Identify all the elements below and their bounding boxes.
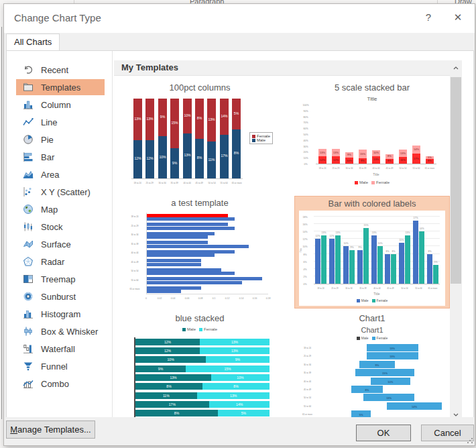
data-label: 12%: [140, 349, 195, 352]
template-thumbnail: Title13%12%13%12%9%10%15%9%10%13%8%8%13%…: [298, 95, 446, 190]
x-tick-label: 0.1: [211, 297, 218, 300]
data-label: 13%: [202, 394, 264, 397]
bar-male: [399, 243, 404, 284]
sidebar-item-funnel[interactable]: Funnel: [16, 358, 105, 374]
sidebar-item-radar[interactable]: Radar: [16, 254, 105, 270]
bar-male: [315, 239, 320, 284]
boxwhisker-icon: [23, 326, 34, 337]
data-label-male: 11%: [398, 239, 406, 241]
manage-templates-button[interactable]: Manage Templates...: [6, 421, 95, 439]
sidebar-item-bar[interactable]: Bar: [16, 149, 105, 165]
bar-female: [433, 265, 438, 284]
bar-segment-female: 10%: [183, 99, 192, 133]
template-tile-a-test-template[interactable]: a test template18 to 2425 to 2930 to 343…: [122, 196, 278, 309]
plot-area: 13%12%13%12%9%10%15%9%10%13%8%8%13%11%14…: [131, 99, 243, 179]
sidebar-item-combo[interactable]: Combo: [16, 376, 105, 392]
scatter-icon: [23, 186, 34, 197]
scroll-up-icon[interactable]: [450, 60, 462, 72]
sidebar-item-box-whisker[interactable]: Box & Whisker: [16, 323, 105, 339]
template-title: a test template: [122, 198, 278, 209]
bar-female: [321, 235, 326, 284]
data-label: 13%: [333, 150, 339, 154]
y-category-label: 55 to 64: [129, 279, 140, 282]
sidebar-item-recent[interactable]: Recent: [16, 62, 105, 78]
chart-legend: FemaleMale: [249, 132, 273, 144]
tab-all-charts[interactable]: All Charts: [6, 34, 60, 50]
stock-icon: [23, 221, 34, 232]
bar-segment-female: 10%: [372, 150, 380, 156]
sidebar-item-label: Surface: [41, 239, 71, 249]
data-label-female: 5%: [432, 261, 440, 264]
sidebar-item-label: Funnel: [41, 361, 68, 372]
sidebar-item-pie[interactable]: Pie: [16, 131, 105, 148]
sidebar-item-surface[interactable]: Surface: [16, 236, 105, 252]
sidebar-item-waterfall[interactable]: Waterfall: [16, 341, 105, 357]
app-window-edge: [1, 27, 2, 419]
data-label: 14%: [221, 114, 228, 117]
sidebar-item-templates[interactable]: Templates: [16, 79, 105, 95]
help-icon[interactable]: ?: [418, 8, 438, 27]
sidebar-item-histogram[interactable]: Histogram: [16, 306, 105, 322]
y-category-label: 50 to 54: [302, 397, 313, 400]
template-tile-100pct-columns[interactable]: 100pct columns13%12%13%12%9%10%15%9%10%1…: [122, 80, 278, 193]
x-tick-label: 18 to 24: [316, 287, 326, 289]
x-tick-label: 18 to 24: [317, 167, 329, 170]
x-tick-label: 40 to 44: [371, 167, 382, 170]
waterfall-icon: [23, 343, 34, 354]
sidebar-item-column[interactable]: Column: [16, 97, 105, 113]
scrollbar-thumb[interactable]: [451, 77, 461, 284]
bar-male: [427, 254, 432, 284]
sidebar-item-x-y-scatter[interactable]: X Y (Scatter): [16, 184, 105, 200]
data-label: 12%: [140, 340, 195, 343]
bar-series2: [147, 281, 242, 284]
bar-series2: [147, 235, 208, 239]
legend-swatch: [252, 139, 255, 142]
sidebar-item-map[interactable]: Map: [16, 201, 105, 217]
template-tile-chart1[interactable]: Chart1Chart1MaleFemale13%18 to 2413%25 t…: [294, 311, 450, 418]
sidebar-item-sunburst[interactable]: Sunburst: [16, 288, 105, 304]
sidebar-item-label: X Y (Scatter): [41, 187, 91, 197]
vertical-scrollbar[interactable]: [450, 60, 462, 418]
combo-icon: [23, 378, 34, 389]
sunburst-icon: [23, 291, 34, 302]
dialog-tabstrip: All Charts: [4, 33, 475, 50]
sidebar-item-stock[interactable]: Stock: [16, 219, 105, 235]
sidebar-item-area[interactable]: Area: [16, 166, 105, 182]
data-label: 13%: [134, 117, 141, 120]
bar-segment-male: 9%: [135, 366, 186, 372]
legend-entry: Male: [357, 336, 369, 340]
resize-grip-icon[interactable]: [467, 437, 473, 444]
close-icon[interactable]: ✕: [448, 8, 468, 27]
template-tile-bar-with-colored-labels[interactable]: Bar with colored labels12%13%12%13%10%9%…: [294, 196, 450, 309]
bar-series1: [147, 241, 208, 244]
bar-segment-female: 13%: [200, 339, 270, 345]
data-label: 10%: [216, 376, 265, 379]
offset-bar: 13%: [367, 352, 418, 359]
legend-label: Male: [187, 327, 196, 331]
dialog-footer: Manage Templates... OK Cancel: [4, 417, 475, 445]
area-icon: [23, 169, 34, 180]
legend-label: Male: [257, 138, 265, 142]
legend-label: Female: [377, 336, 388, 340]
sidebar-item-treemap[interactable]: Treemap: [16, 271, 105, 287]
chart-title: Chart1: [298, 326, 446, 334]
offset-bar: 15%: [355, 369, 414, 376]
template-tile-blue-stacked[interactable]: blue stackedMaleFemale12%13%12%13%10%9%9…: [122, 311, 278, 418]
data-label: 9%: [159, 115, 166, 119]
sidebar-item-label: Column: [41, 100, 71, 110]
template-thumbnail: 13%12%13%12%9%10%15%9%10%13%8%8%13%11%14…: [126, 95, 274, 190]
x-tick-label: 30 to 34: [157, 182, 168, 184]
y-tick-label: 70%: [300, 121, 311, 124]
data-label-female: 15%: [361, 224, 370, 227]
bar-female: [391, 254, 396, 284]
bar-segment-male: 12%: [318, 156, 326, 164]
data-label: 9%: [211, 358, 265, 361]
legend-entry: Male: [252, 138, 270, 142]
sidebar-item-line[interactable]: Line: [16, 114, 105, 130]
ok-button[interactable]: OK: [356, 425, 411, 441]
template-tile-5-scale-stacked-bar[interactable]: 5 scale stacked barTitle13%12%13%12%9%10…: [294, 80, 450, 193]
x-tick-label: 35 to 39: [357, 167, 369, 170]
bar-segment-male: 12%: [135, 339, 200, 345]
bar-segment-male: 12%: [332, 156, 340, 164]
data-label: 13%: [205, 340, 264, 343]
